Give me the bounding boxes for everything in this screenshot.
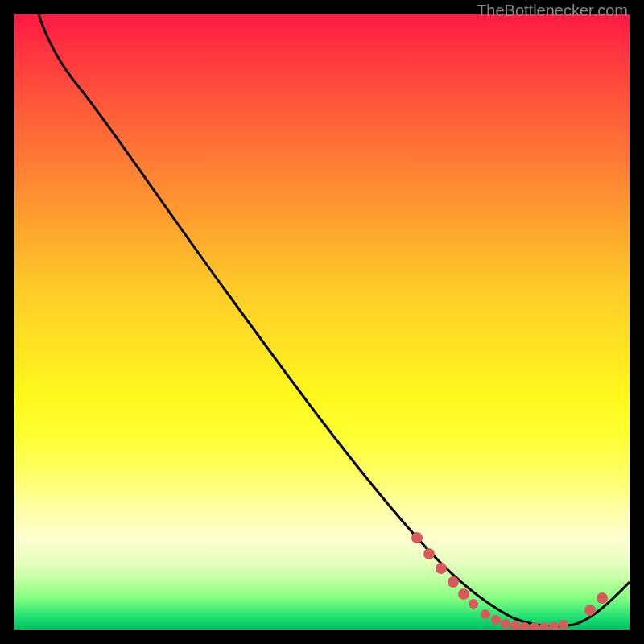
marker-dot <box>436 563 447 574</box>
marker-dot <box>481 609 490 619</box>
marker-dot <box>510 621 520 630</box>
marker-dot <box>597 592 608 604</box>
marker-dot <box>448 576 459 588</box>
marker-dot <box>539 622 549 630</box>
marker-dot <box>458 588 469 600</box>
marker-dot <box>501 619 510 629</box>
marker-dot <box>584 605 596 616</box>
marker-dot <box>423 548 435 559</box>
watermark-text: TheBottlenecker.com <box>477 2 628 20</box>
marker-dot <box>411 532 423 543</box>
marker-dot <box>549 621 559 630</box>
marker-dot <box>559 620 568 630</box>
plot-area <box>14 14 630 630</box>
curve-line <box>39 14 630 626</box>
chart-svg <box>14 14 630 630</box>
marker-dot <box>491 615 501 625</box>
marker-dot <box>469 599 478 609</box>
chart-container: TheBottlenecker.com <box>0 0 644 644</box>
